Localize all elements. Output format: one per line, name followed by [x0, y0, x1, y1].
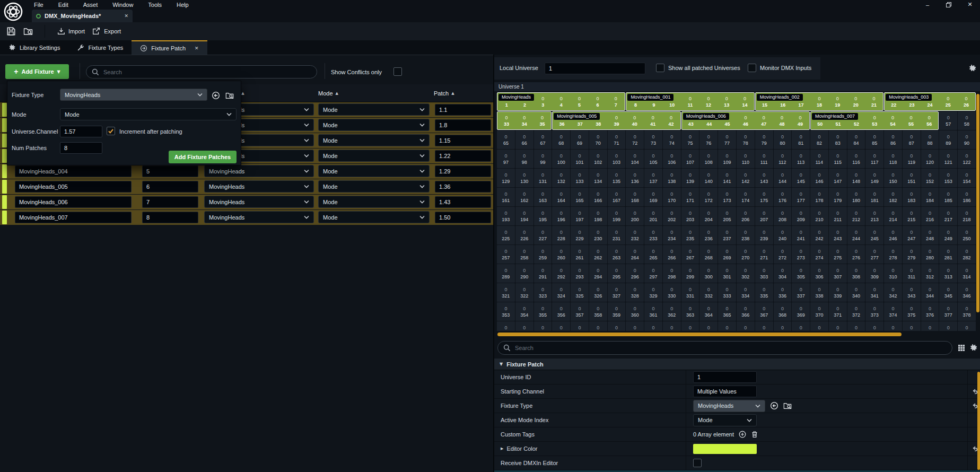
channel-cell[interactable]: 0409	[939, 321, 957, 331]
channel-cell[interactable]: 0135	[608, 169, 626, 187]
channel-cell[interactable]: 0279	[903, 245, 921, 264]
channel-cell[interactable]: 0177	[792, 188, 810, 206]
fixture-id-field[interactable]: 7	[142, 196, 198, 208]
channel-cell[interactable]: 066	[515, 130, 533, 149]
channel-cell[interactable]: 0363	[681, 302, 699, 321]
show-conflicts-checkbox[interactable]	[393, 67, 402, 76]
channel-cell[interactable]: 0403	[829, 321, 847, 331]
channel-cell[interactable]: 0313	[939, 264, 957, 283]
channel-cell[interactable]: 0324	[552, 283, 570, 302]
channel-cell[interactable]: 0122	[958, 150, 976, 168]
fixture-type-dropdown[interactable]: MovingHeads	[204, 165, 314, 177]
channel-cell[interactable]: 018	[810, 93, 828, 110]
channel-cell[interactable]: 0268	[699, 245, 718, 264]
channel-cell[interactable]: 0148	[847, 169, 865, 187]
channel-cell[interactable]: 0340	[847, 283, 865, 302]
export-button[interactable]: Export	[92, 27, 121, 36]
channel-cell[interactable]: 089	[939, 130, 957, 149]
patch-value-field[interactable]: 1.1	[435, 104, 491, 116]
browse-to-icon[interactable]	[212, 91, 220, 100]
channel-cell[interactable]: 0330	[663, 283, 681, 302]
channel-cell[interactable]: 049	[791, 112, 809, 129]
channel-cell[interactable]: 0240	[774, 226, 792, 244]
channel-cell[interactable]: 0170	[663, 188, 681, 206]
reset-to-default-icon[interactable]	[972, 388, 978, 395]
channel-cell[interactable]: 0165	[571, 188, 589, 206]
asset-tab[interactable]: DMX_MovingHeads* ✕	[32, 10, 133, 22]
tab-fixture-patch[interactable]: Fixture Patch✕	[132, 40, 207, 55]
channel-cell[interactable]: 0304	[774, 264, 792, 283]
channel-cell[interactable]: 0356	[552, 302, 570, 321]
patch-label[interactable]: MovingHeads_001	[627, 94, 673, 101]
channel-cell[interactable]: 0212	[847, 207, 865, 225]
channel-cell[interactable]: 0166	[589, 188, 607, 206]
channel-cell[interactable]: 0400	[774, 321, 792, 331]
channel-cell[interactable]: 0232	[626, 226, 644, 244]
channel-cell[interactable]: 0346	[958, 283, 976, 302]
channel-cell[interactable]: 0368	[774, 302, 792, 321]
channel-cell[interactable]: 0152	[921, 169, 939, 187]
channel-cell[interactable]: 026	[957, 93, 975, 110]
patch-label[interactable]: MovingHeads	[498, 94, 534, 101]
channel-cell[interactable]: 097	[497, 150, 515, 168]
channel-cell[interactable]: 0259	[534, 245, 552, 264]
channel-cell[interactable]: 0295	[608, 264, 626, 283]
monitor-dmx-checkbox[interactable]	[748, 64, 756, 72]
reset-to-default-icon[interactable]	[972, 445, 978, 452]
fixture-patch-section-header[interactable]: ▼ Fixture Patch	[494, 359, 980, 370]
channel-cell[interactable]: 0325	[571, 283, 589, 302]
channel-cell[interactable]: 0147	[829, 169, 847, 187]
fixture-type-dropdown[interactable]: MovingHeads	[204, 196, 314, 208]
channel-cell[interactable]: 0408	[921, 321, 939, 331]
fixture-type-dropdown[interactable]: MovingHeads	[204, 211, 314, 223]
mode-dropdown[interactable]: Mode	[318, 134, 430, 146]
channel-cell[interactable]: 0117	[865, 150, 883, 168]
details-search-field[interactable]	[497, 341, 952, 355]
patched-channel-group[interactable]: 033034035	[497, 111, 552, 130]
menu-item-file[interactable]: File	[34, 2, 43, 8]
channel-cell[interactable]: 079	[755, 130, 773, 149]
channel-cell[interactable]: 0321	[497, 283, 515, 302]
tab-fixture-types[interactable]: Fixture Types	[68, 40, 132, 55]
channel-cell[interactable]: 0298	[663, 264, 681, 283]
channel-cell[interactable]: 0142	[737, 169, 755, 187]
channel-cell[interactable]: 0312	[921, 264, 939, 283]
channel-cell[interactable]: 0303	[755, 264, 773, 283]
channel-cell[interactable]: 090	[958, 130, 976, 149]
fixture-row[interactable]: MovingHeads_0078MovingHeadsMode1.50	[0, 210, 493, 225]
channel-cell[interactable]: 0248	[921, 226, 939, 244]
channel-cell[interactable]: 0310	[884, 264, 902, 283]
channel-cell[interactable]: 0291	[534, 264, 552, 283]
channel-cell[interactable]: 0297	[644, 264, 662, 283]
channel-cell[interactable]: 0309	[865, 264, 883, 283]
channel-cell[interactable]: 0225	[497, 226, 515, 244]
mode-dropdown[interactable]: Mode	[318, 196, 430, 208]
channel-cell[interactable]: 077	[718, 130, 736, 149]
channel-cell[interactable]: 0266	[663, 245, 681, 264]
channel-cell[interactable]: 0241	[792, 226, 810, 244]
channel-cell[interactable]: 0271	[755, 245, 773, 264]
channel-cell[interactable]: 0235	[681, 226, 699, 244]
channel-cell[interactable]: 0394	[663, 321, 681, 331]
channel-cell[interactable]: 087	[903, 130, 921, 149]
channel-cell[interactable]: 0146	[810, 169, 828, 187]
channel-cell[interactable]: 0174	[737, 188, 755, 206]
channel-cell[interactable]: 0186	[958, 188, 976, 206]
details-vertical-scrollbar[interactable]	[977, 372, 980, 470]
fixture-row[interactable]: MovingHeads_0067MovingHeadsMode1.43	[0, 195, 493, 209]
patch-value-field[interactable]: 1.15	[435, 135, 491, 146]
channel-cell[interactable]: 011	[681, 93, 699, 110]
patch-value-field[interactable]: 1.36	[435, 181, 491, 193]
channel-cell[interactable]: 0116	[847, 150, 865, 168]
channel-cell[interactable]: 0129	[497, 169, 515, 187]
channel-cell[interactable]: 0133	[571, 169, 589, 187]
channel-cell[interactable]: 0294	[589, 264, 607, 283]
channel-cell[interactable]: 0300	[699, 264, 718, 283]
mode-dropdown[interactable]: Mode	[60, 108, 237, 120]
channel-cell[interactable]: 0364	[699, 302, 718, 321]
channel-cell[interactable]: 0399	[755, 321, 773, 331]
channel-cell[interactable]: 0387	[534, 321, 552, 331]
channel-cell[interactable]: 0207	[755, 207, 773, 225]
channel-cell[interactable]: 013	[718, 93, 736, 110]
channel-cell[interactable]: 0265	[644, 245, 662, 264]
